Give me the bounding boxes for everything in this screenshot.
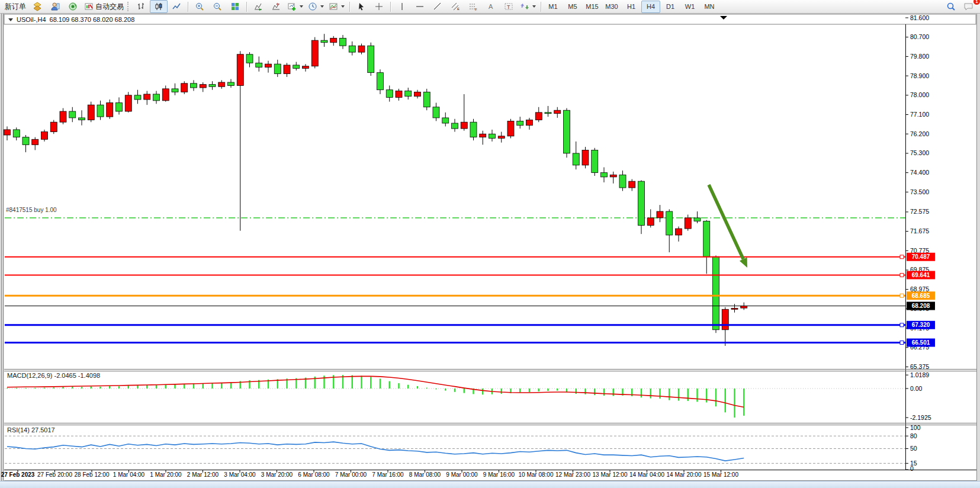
rsi-panel-separator[interactable] (4, 423, 976, 425)
timeframe-H4[interactable]: H4 (641, 1, 660, 13)
price-box-label: 66.501 (912, 339, 930, 346)
new-order-button[interactable]: 新订单 (2, 0, 28, 13)
timeframe-H1[interactable]: H1 (622, 1, 641, 13)
rsi-axis-label: 0 (910, 465, 914, 472)
svg-text:E: E (457, 7, 460, 11)
template-button[interactable] (326, 0, 347, 13)
label-tool-button[interactable]: T (500, 0, 518, 13)
time-axis-label[interactable]: 6 Mar 08:00 (298, 471, 330, 478)
time-axis-label[interactable]: 28 Feb 12:00 (75, 471, 110, 478)
time-axis-label[interactable]: 12 Mar 23:00 (555, 471, 590, 478)
time-axis-label[interactable]: 27 Feb 20:00 (37, 471, 72, 478)
time-axis-label[interactable]: 2 Mar 12:00 (187, 471, 219, 478)
timeframe-M15[interactable]: M15 (583, 1, 602, 13)
chart-canvas[interactable]: 81.60080.70079.80078.90078.00077.10076.2… (0, 0, 980, 488)
timeframe-M5[interactable]: M5 (563, 1, 582, 13)
time-axis-label[interactable]: 3 Mar 20:00 (261, 471, 293, 478)
candle-body (191, 84, 197, 88)
candle-body (423, 92, 430, 107)
line-handle-68.685[interactable] (900, 294, 904, 297)
period-button[interactable] (306, 0, 326, 13)
candle-body (228, 82, 234, 85)
time-axis-label[interactable]: 13 Mar 12:00 (593, 471, 628, 478)
chat-button[interactable]: 1 (960, 0, 978, 13)
signals-button[interactable] (64, 0, 82, 13)
zoom-in-button[interactable] (191, 0, 208, 13)
time-axis-label[interactable]: 7 Mar 16:00 (372, 471, 404, 478)
auto-scroll-icon (253, 2, 263, 11)
add-indicator-button[interactable] (285, 0, 306, 13)
timeframe-MN[interactable]: MN (700, 1, 719, 13)
fibonacci-tool-button[interactable]: F (464, 0, 482, 13)
candlestick-chart-type-button[interactable] (150, 0, 168, 13)
time-axis-label[interactable]: 1 Mar 04:00 (113, 471, 145, 478)
zoom-out-button[interactable] (208, 0, 226, 13)
text-tool-button[interactable]: A (482, 0, 500, 13)
line-handle-66.501[interactable] (900, 341, 904, 345)
trendline-tool-button[interactable] (429, 0, 446, 13)
auto-scroll-button[interactable] (249, 0, 267, 13)
candle-body (657, 211, 663, 218)
time-axis-label[interactable]: 1 Mar 20:00 (150, 471, 182, 478)
time-axis-label[interactable]: 14 Mar 20:00 (667, 471, 702, 478)
price-axis-label: 77.100 (910, 111, 929, 118)
price-axis-label: 73.500 (910, 188, 929, 195)
chart-title-bar[interactable]: USOil-,H4 68.109 68.370 68.020 68.208 (8, 16, 134, 23)
cursor-tool-button[interactable] (352, 0, 370, 13)
shapes-tool-button[interactable] (518, 0, 538, 13)
horizontal-line-tool-button[interactable] (411, 0, 429, 13)
macd-axis-label: 0.00 (910, 385, 923, 392)
price-axis-label: 75.300 (910, 149, 929, 156)
candle-body (88, 105, 94, 120)
timeframe-W1[interactable]: W1 (680, 1, 699, 13)
chart-shift-button[interactable] (267, 0, 285, 13)
line-handle-67.320[interactable] (900, 323, 904, 327)
candle-body (676, 229, 682, 235)
bar-chart-type-button[interactable] (132, 0, 150, 13)
candlestick-icon (154, 2, 163, 11)
new-order-icon-button[interactable] (28, 0, 46, 13)
tile-windows-button[interactable] (226, 0, 244, 13)
macd-panel-separator[interactable] (4, 370, 976, 371)
chart-menu-caret-icon[interactable] (8, 18, 13, 21)
price-axis-label: 74.400 (910, 169, 929, 176)
search-button[interactable] (942, 0, 960, 13)
vertical-line-tool-button[interactable] (393, 0, 411, 13)
candle-body (311, 40, 318, 66)
channel-tool-button[interactable]: E (446, 0, 464, 13)
template-caret-icon (341, 5, 345, 8)
candle-body (181, 84, 188, 92)
svg-text:T: T (507, 4, 510, 10)
time-axis-label[interactable]: 9 Mar 00:00 (446, 471, 478, 478)
zoom-out-icon (213, 2, 222, 11)
crosshair-tool-button[interactable] (370, 0, 388, 13)
price-box-label: 68.685 (912, 293, 930, 299)
timeframe-M1[interactable]: M1 (544, 1, 563, 13)
price-box-label: 68.208 (912, 303, 930, 309)
toolbar-separator (246, 2, 247, 12)
candle-body (507, 121, 514, 136)
time-axis-label[interactable]: 9 Mar 16:00 (483, 471, 515, 478)
svg-text:F: F (475, 8, 477, 11)
candle-body (69, 111, 76, 118)
time-axis-label[interactable]: 14 Mar 04:00 (629, 471, 664, 478)
autotrading-button[interactable]: 自动交易 (82, 0, 126, 13)
template-icon (329, 2, 338, 11)
time-axis-label[interactable]: 3 Mar 04:00 (224, 471, 256, 478)
line-chart-type-button[interactable] (168, 0, 185, 13)
time-axis-label[interactable]: 8 Mar 08:00 (409, 471, 441, 478)
time-axis-label[interactable]: 15 Mar 12:00 (703, 471, 738, 478)
time-axis-label[interactable]: 27 Feb 2023 (1, 471, 35, 478)
time-axis-label[interactable]: 7 Mar 00:00 (335, 471, 367, 478)
rsi-axis-label: 50 (910, 445, 917, 452)
market-watch-button[interactable] (46, 0, 64, 13)
line-handle-70.487[interactable] (900, 255, 904, 259)
time-axis-label[interactable]: 10 Mar 08:00 (519, 471, 554, 478)
candle-body (713, 256, 719, 330)
timeframe-D1[interactable]: D1 (661, 1, 680, 13)
annotation-arrow-shaft[interactable] (709, 185, 743, 259)
line-handle-69.641[interactable] (900, 273, 904, 277)
candle-body (256, 63, 262, 67)
candle-body (601, 173, 608, 177)
timeframe-M30[interactable]: M30 (602, 1, 621, 13)
